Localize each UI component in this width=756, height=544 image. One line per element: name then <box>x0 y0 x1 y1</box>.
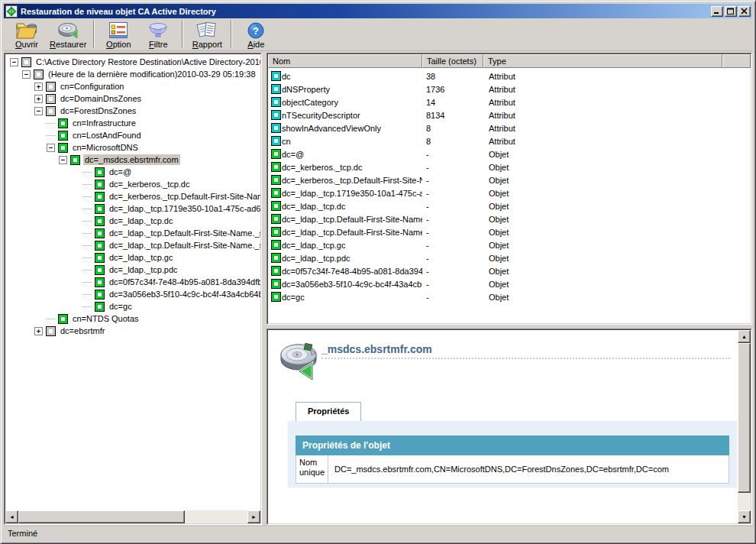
list-row[interactable]: dc=_ldap._tcp.pdc-Objet <box>268 251 751 264</box>
cell-size: 8 <box>422 137 483 146</box>
cell-size: 8 <box>422 124 483 133</box>
tree-item[interactable]: −dc=ForestDnsZones <box>5 105 260 117</box>
cell-size: - <box>422 280 483 289</box>
scrollbar-track[interactable] <box>738 493 751 510</box>
list-row[interactable]: dc=3a056eb3-5f10-4c9c-bc4f-43a4cb64b7bb-… <box>268 277 751 290</box>
scrollbar-thumb[interactable] <box>738 343 751 493</box>
tree-item[interactable]: cn=NTDS Quotas <box>5 312 260 325</box>
svg-text:?: ? <box>253 25 259 37</box>
tree-item[interactable]: +dc=ebsrtmfr <box>5 325 260 337</box>
cell-icon <box>268 71 282 81</box>
cell-icon <box>268 84 282 94</box>
cell-type: Objet <box>483 280 751 289</box>
aide-button[interactable]: ?Aide <box>236 19 276 50</box>
tree-horizontal-scrollbar[interactable]: ◄ ► <box>5 510 260 523</box>
list-row[interactable]: dc=_kerberos._tcp.Default-First-Site-Nam… <box>268 173 751 186</box>
ouvrir-button[interactable]: Ouvrir <box>7 19 47 50</box>
collapse-toggle-icon[interactable]: − <box>10 58 18 66</box>
tree-item[interactable]: cn=Infrastructure <box>5 117 260 129</box>
tree-item-label: dc=ebsrtmfr <box>59 325 106 336</box>
option-button[interactable]: Option <box>99 19 138 50</box>
list-row[interactable]: dc=_kerberos._tcp.dc-Objet <box>268 160 751 173</box>
list-row[interactable]: dc=_ldap._tcp.Default-First-Site-Name._s… <box>268 225 751 238</box>
tree-item[interactable]: dc=0f57c34f-7e48-4b95-a081-8da394dfb601 <box>5 276 260 288</box>
collapse-toggle-icon[interactable]: − <box>47 144 55 152</box>
tree-item[interactable]: dc=_ldap._tcp.1719e350-10a1-475c-ad68- <box>5 202 260 215</box>
scrollbar-thumb[interactable] <box>18 510 185 523</box>
tree-item[interactable]: −cn=MicrosoftDNS <box>5 141 260 154</box>
cell-icon <box>268 162 282 172</box>
list-row[interactable]: dc=_ldap._tcp.gc-Objet <box>268 238 751 251</box>
tree-item[interactable]: +dc=DomainDnsZones <box>5 92 260 105</box>
list-row[interactable]: nTSecurityDescriptor8134Attribut <box>268 108 751 121</box>
tree-item-label: cn=MicrosoftDNS <box>71 142 140 153</box>
toolbar-separator <box>231 21 232 48</box>
list-row[interactable]: showInAdvancedViewOnly8Attribut <box>268 121 751 134</box>
tree-item[interactable]: −dc=_msdcs.ebsrtmfr.com <box>5 154 260 166</box>
tree-item-label: dc=3a056eb3-5f10-4c9c-bc4f-43a4cb64b7bb <box>108 289 260 300</box>
rapport-button[interactable]: Rapport <box>187 19 227 50</box>
tree-item[interactable]: dc=@ <box>5 166 260 178</box>
object-icon <box>95 228 105 238</box>
tree-item[interactable]: +cn=Configuration <box>5 80 260 92</box>
list-row[interactable]: dc=gc-Objet <box>268 290 751 303</box>
tree-item-label: dc=0f57c34f-7e48-4b95-a081-8da394dfb601 <box>108 277 260 287</box>
tree-item[interactable]: dc=_kerberos._tcp.dc <box>5 178 260 190</box>
list-row[interactable]: dc=_ldap._tcp.Default-First-Site-Name._s… <box>268 212 751 225</box>
object-icon <box>95 241 105 251</box>
collapse-toggle-icon[interactable]: − <box>59 156 67 164</box>
dn-field-label: Nom unique <box>296 455 328 483</box>
tab-proprietes[interactable]: Propriétés <box>296 402 361 421</box>
filtre-button[interactable]: Filtre <box>138 19 178 50</box>
tree-item[interactable]: −(Heure de la dernière modification)2010… <box>5 68 260 80</box>
detail-vertical-scrollbar[interactable]: ▲ ▼ <box>738 330 751 523</box>
cell-name: dc=_kerberos._tcp.Default-First-Site-Nam… <box>282 176 422 185</box>
list-row[interactable]: dc=_ldap._tcp.dc-Objet <box>268 199 751 212</box>
tree-item[interactable]: dc=_ldap._tcp.gc <box>5 251 260 264</box>
tree-item[interactable]: dc=_ldap._tcp.dc <box>5 215 260 227</box>
list-row[interactable]: dc38Attribut <box>268 70 751 83</box>
tree-item-label: dc=_ldap._tcp.gc <box>108 252 174 263</box>
close-button[interactable] <box>738 6 751 17</box>
scroll-left-button[interactable]: ◄ <box>5 510 18 523</box>
object-icon <box>95 180 105 189</box>
column-header-2[interactable]: Type <box>483 54 722 68</box>
list-row[interactable]: dNSProperty1736Attribut <box>268 83 751 96</box>
object-icon <box>271 214 281 224</box>
list-row[interactable]: cn8Attribut <box>268 134 751 147</box>
restore-disk-icon <box>57 21 79 40</box>
list-row[interactable]: dc=_ldap._tcp.1719e350-10a1-475c-ad68-..… <box>268 186 751 199</box>
collapse-toggle-icon[interactable]: − <box>34 107 43 115</box>
list-row[interactable]: dc=0f57c34f-7e48-4b95-a081-8da394dfb601-… <box>268 264 751 277</box>
tree-item[interactable]: dc=_kerberos._tcp.Default-First-Site-Nam… <box>5 190 260 202</box>
list-row[interactable]: objectCategory14Attribut <box>268 96 751 108</box>
tree-item[interactable]: cn=LostAndFound <box>5 129 260 141</box>
tree-item[interactable]: dc=gc <box>5 300 260 312</box>
detail-title: _msdcs.ebsrtmfr.com <box>321 343 432 355</box>
collapse-toggle-icon[interactable]: − <box>22 70 31 79</box>
list-row[interactable]: dc=@-Objet <box>268 147 751 160</box>
tree-item[interactable]: −C:\Active Directory Restore Destination… <box>5 56 260 68</box>
window-controls <box>711 6 751 17</box>
expand-toggle-icon[interactable]: + <box>34 95 43 103</box>
scroll-up-button[interactable]: ▲ <box>738 330 751 343</box>
scroll-down-button[interactable]: ▼ <box>738 510 751 523</box>
scroll-right-button[interactable]: ► <box>247 510 260 523</box>
minimize-button[interactable] <box>711 6 723 17</box>
tree-item[interactable]: dc=_ldap._tcp.Default-First-Site-Name._s… <box>5 227 260 239</box>
restaurer-button[interactable]: Restaurer <box>47 19 89 50</box>
tree-item[interactable]: dc=_ldap._tcp.pdc <box>5 264 260 276</box>
expand-toggle-icon[interactable]: + <box>34 83 43 91</box>
column-header-0[interactable]: Nom <box>268 54 422 68</box>
object-icon <box>95 277 105 287</box>
toolbar-separator <box>182 21 183 48</box>
cell-name: dc=_ldap._tcp.1719e350-10a1-475c-ad68-..… <box>282 189 422 198</box>
scrollbar-track[interactable] <box>185 510 247 523</box>
tree-item[interactable]: dc=_ldap._tcp.Default-First-Site-Name._s… <box>5 239 260 251</box>
maximize-button[interactable] <box>725 6 737 17</box>
cell-type: Attribut <box>483 98 751 107</box>
tree-item[interactable]: dc=3a056eb3-5f10-4c9c-bc4f-43a4cb64b7bb <box>5 288 260 300</box>
expand-toggle-icon[interactable]: + <box>34 327 43 335</box>
column-header-1[interactable]: Taille (octets) <box>422 54 483 68</box>
cell-name: dNSProperty <box>282 85 422 94</box>
